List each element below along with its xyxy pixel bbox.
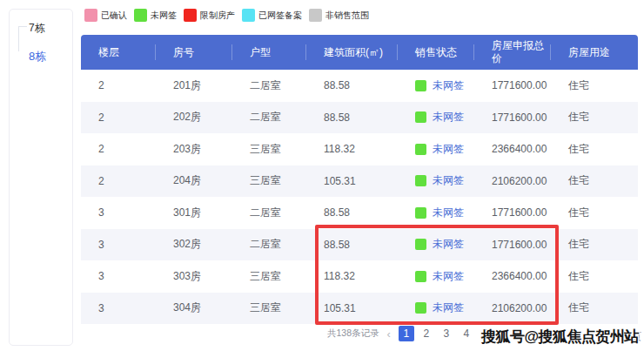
cell-room: 204房 bbox=[156, 173, 232, 188]
status-label: 未网签 bbox=[433, 269, 464, 284]
status-square-icon bbox=[415, 271, 426, 282]
cell-usage: 住宅 bbox=[551, 78, 638, 93]
page-number-4[interactable]: 4 bbox=[459, 326, 474, 341]
column-header: 楼层 bbox=[81, 35, 156, 70]
cell-price: 1771600.00 bbox=[474, 239, 551, 251]
legend-label: 未网签 bbox=[151, 10, 177, 22]
status-square-icon bbox=[415, 144, 426, 155]
table-header-row: 楼层房号户型建筑面积(㎡)销售状态房屋申报总价房屋用途 bbox=[81, 35, 638, 70]
cell-area: 118.32 bbox=[306, 143, 398, 155]
status-label: 未网签 bbox=[433, 142, 464, 157]
status-label: 未网签 bbox=[433, 110, 464, 125]
legend-color-swatch-icon bbox=[309, 9, 322, 22]
cell-status: 未网签 bbox=[398, 300, 474, 315]
pagination: 共138条记录 ‹ 12345 bbox=[327, 326, 499, 341]
cell-floor: 3 bbox=[81, 270, 156, 282]
record-count: 共138条记录 bbox=[327, 327, 379, 340]
tree-connector-line bbox=[18, 26, 27, 51]
table-row[interactable]: 2 204房 三居室 105.31 未网签 2106200.00 住宅 bbox=[81, 165, 638, 198]
legend-color-swatch-icon bbox=[134, 9, 147, 22]
cell-status: 未网签 bbox=[398, 78, 474, 93]
cell-area: 88.58 bbox=[306, 111, 398, 124]
cell-price: 1771600.00 bbox=[474, 79, 551, 91]
cell-status: 未网签 bbox=[398, 110, 474, 125]
cell-usage: 住宅 bbox=[551, 269, 638, 284]
table-body: 2 201房 二居室 88.58 未网签 1771600.00 住宅 2 202… bbox=[81, 70, 638, 324]
status-label: 未网签 bbox=[433, 173, 464, 188]
page-number-3[interactable]: 3 bbox=[439, 326, 454, 341]
status-label: 未网签 bbox=[433, 78, 464, 93]
cell-usage: 住宅 bbox=[551, 142, 638, 157]
cell-layout: 二居室 bbox=[232, 206, 306, 220]
cell-layout: 二居室 bbox=[232, 237, 306, 252]
status-label: 未网签 bbox=[433, 206, 464, 220]
sidebar-item-building-8[interactable]: 8栋 bbox=[29, 49, 46, 64]
legend-item: 已网签备案 bbox=[242, 9, 302, 22]
cell-area: 105.31 bbox=[306, 302, 398, 314]
cell-price: 1771600.00 bbox=[474, 206, 551, 219]
column-header: 建筑面积(㎡) bbox=[306, 35, 398, 70]
cell-layout: 三居室 bbox=[232, 142, 306, 157]
cell-floor: 2 bbox=[81, 79, 156, 91]
column-header: 房屋申报总价 bbox=[474, 35, 551, 70]
column-header: 销售状态 bbox=[398, 35, 474, 70]
cell-status: 未网签 bbox=[398, 206, 474, 220]
status-square-icon bbox=[415, 111, 426, 123]
table-row[interactable]: 3 302房 二居室 88.58 未网签 1771600.00 住宅 bbox=[81, 229, 638, 261]
table-row[interactable]: 2 203房 三居室 118.32 未网签 2366400.00 住宅 bbox=[81, 133, 638, 165]
cell-area: 118.32 bbox=[306, 270, 398, 282]
table-row[interactable]: 2 201房 二居室 88.58 未网签 1771600.00 住宅 bbox=[81, 70, 638, 102]
watermark-text: 搜狐号@搜狐焦点贺州站 bbox=[481, 327, 639, 347]
cell-usage: 住宅 bbox=[551, 300, 638, 315]
status-square-icon bbox=[415, 302, 426, 314]
cell-layout: 三居室 bbox=[232, 269, 306, 284]
cell-floor: 2 bbox=[81, 111, 156, 124]
status-square-icon bbox=[415, 80, 426, 91]
cell-floor: 2 bbox=[81, 143, 156, 155]
legend-color-swatch-icon bbox=[242, 9, 255, 22]
cell-area: 88.58 bbox=[306, 239, 398, 251]
status-label: 未网签 bbox=[433, 300, 464, 315]
column-header: 房屋用途 bbox=[551, 35, 638, 70]
cell-area: 88.58 bbox=[306, 79, 398, 91]
table-row[interactable]: 3 304房 三居室 105.31 未网签 2106200.00 住宅 bbox=[81, 293, 638, 325]
prev-page-icon[interactable]: ‹ bbox=[387, 327, 391, 341]
cell-room: 301房 bbox=[156, 206, 232, 220]
table-row[interactable]: 3 303房 三居室 118.32 未网签 2366400.00 住宅 bbox=[81, 260, 638, 293]
cell-area: 105.31 bbox=[306, 175, 398, 187]
table-row[interactable]: 2 202房 二居室 88.58 未网签 1771600.00 住宅 bbox=[81, 102, 638, 134]
table-row[interactable]: 3 301房 二居室 88.58 未网签 1771600.00 住宅 bbox=[81, 197, 638, 229]
cell-floor: 3 bbox=[81, 302, 156, 314]
cell-status: 未网签 bbox=[398, 173, 474, 188]
cell-usage: 住宅 bbox=[551, 237, 638, 252]
building-sidebar: 7栋 8栋 bbox=[9, 9, 73, 346]
legend-item: 未网签 bbox=[134, 9, 177, 22]
status-square-icon bbox=[415, 207, 426, 219]
status-label: 未网签 bbox=[433, 237, 464, 252]
floor-sales-page: 7栋 8栋 已确认 未网签 限制房产 已网签备案 非销售范围 楼层房号户型建筑面… bbox=[0, 0, 644, 351]
cell-layout: 二居室 bbox=[232, 78, 306, 93]
legend-color-swatch-icon bbox=[184, 9, 197, 22]
cell-price: 2106200.00 bbox=[474, 175, 551, 187]
status-legend: 已确认 未网签 限制房产 已网签备案 非销售范围 bbox=[84, 9, 376, 22]
cell-room: 303房 bbox=[156, 269, 232, 284]
cell-room: 201房 bbox=[156, 78, 232, 93]
cell-area: 88.58 bbox=[306, 206, 398, 219]
page-number-2[interactable]: 2 bbox=[419, 326, 434, 341]
page-number-1[interactable]: 1 bbox=[399, 326, 414, 341]
cell-price: 1771600.00 bbox=[474, 111, 551, 124]
sidebar-item-building-7[interactable]: 7栋 bbox=[29, 21, 45, 36]
cell-price: 2106200.00 bbox=[474, 302, 551, 314]
cell-status: 未网签 bbox=[398, 142, 474, 157]
cell-room: 302房 bbox=[156, 237, 232, 252]
cell-price: 2366400.00 bbox=[474, 270, 551, 282]
legend-label: 限制房产 bbox=[200, 10, 235, 22]
legend-item: 限制房产 bbox=[184, 9, 235, 22]
cell-room: 304房 bbox=[156, 300, 232, 315]
cell-layout: 二居室 bbox=[232, 110, 306, 125]
cell-room: 202房 bbox=[156, 110, 232, 125]
column-header: 房号 bbox=[156, 35, 232, 70]
cell-status: 未网签 bbox=[398, 237, 474, 252]
cell-usage: 住宅 bbox=[551, 206, 638, 220]
legend-label: 非销售范围 bbox=[325, 10, 369, 22]
